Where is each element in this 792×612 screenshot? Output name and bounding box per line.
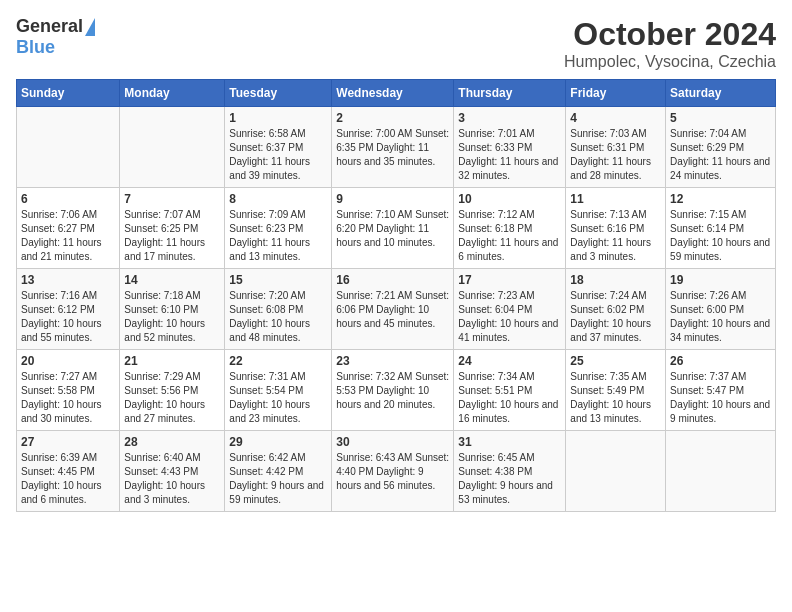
- day-number: 22: [229, 354, 327, 368]
- header-cell-thursday: Thursday: [454, 80, 566, 107]
- header-cell-friday: Friday: [566, 80, 666, 107]
- day-number: 9: [336, 192, 449, 206]
- day-number: 11: [570, 192, 661, 206]
- calendar-cell: 13Sunrise: 7:16 AM Sunset: 6:12 PM Dayli…: [17, 269, 120, 350]
- day-info: Sunrise: 7:13 AM Sunset: 6:16 PM Dayligh…: [570, 208, 661, 264]
- calendar-cell: 14Sunrise: 7:18 AM Sunset: 6:10 PM Dayli…: [120, 269, 225, 350]
- day-number: 1: [229, 111, 327, 125]
- day-number: 14: [124, 273, 220, 287]
- day-number: 27: [21, 435, 115, 449]
- day-number: 3: [458, 111, 561, 125]
- day-number: 31: [458, 435, 561, 449]
- calendar-cell: 29Sunrise: 6:42 AM Sunset: 4:42 PM Dayli…: [225, 431, 332, 512]
- header-cell-saturday: Saturday: [666, 80, 776, 107]
- day-info: Sunrise: 7:27 AM Sunset: 5:58 PM Dayligh…: [21, 370, 115, 426]
- day-number: 15: [229, 273, 327, 287]
- day-number: 13: [21, 273, 115, 287]
- day-info: Sunrise: 6:58 AM Sunset: 6:37 PM Dayligh…: [229, 127, 327, 183]
- calendar-week-row: 27Sunrise: 6:39 AM Sunset: 4:45 PM Dayli…: [17, 431, 776, 512]
- day-info: Sunrise: 7:00 AM Sunset: 6:35 PM Dayligh…: [336, 127, 449, 169]
- calendar-cell: 1Sunrise: 6:58 AM Sunset: 6:37 PM Daylig…: [225, 107, 332, 188]
- day-number: 30: [336, 435, 449, 449]
- calendar-cell: 18Sunrise: 7:24 AM Sunset: 6:02 PM Dayli…: [566, 269, 666, 350]
- day-info: Sunrise: 7:32 AM Sunset: 5:53 PM Dayligh…: [336, 370, 449, 412]
- calendar-cell: [120, 107, 225, 188]
- calendar-cell: 25Sunrise: 7:35 AM Sunset: 5:49 PM Dayli…: [566, 350, 666, 431]
- day-info: Sunrise: 7:26 AM Sunset: 6:00 PM Dayligh…: [670, 289, 771, 345]
- day-info: Sunrise: 7:20 AM Sunset: 6:08 PM Dayligh…: [229, 289, 327, 345]
- calendar-week-row: 1Sunrise: 6:58 AM Sunset: 6:37 PM Daylig…: [17, 107, 776, 188]
- day-number: 23: [336, 354, 449, 368]
- calendar-cell: 8Sunrise: 7:09 AM Sunset: 6:23 PM Daylig…: [225, 188, 332, 269]
- calendar-cell: 16Sunrise: 7:21 AM Sunset: 6:06 PM Dayli…: [332, 269, 454, 350]
- calendar-cell: 10Sunrise: 7:12 AM Sunset: 6:18 PM Dayli…: [454, 188, 566, 269]
- day-number: 20: [21, 354, 115, 368]
- day-info: Sunrise: 7:21 AM Sunset: 6:06 PM Dayligh…: [336, 289, 449, 331]
- day-number: 4: [570, 111, 661, 125]
- logo-blue-text: Blue: [16, 37, 55, 58]
- day-info: Sunrise: 7:01 AM Sunset: 6:33 PM Dayligh…: [458, 127, 561, 183]
- calendar-cell: [566, 431, 666, 512]
- page-header: General Blue October 2024 Humpolec, Vyso…: [16, 16, 776, 71]
- calendar-cell: 22Sunrise: 7:31 AM Sunset: 5:54 PM Dayli…: [225, 350, 332, 431]
- day-number: 29: [229, 435, 327, 449]
- day-info: Sunrise: 7:04 AM Sunset: 6:29 PM Dayligh…: [670, 127, 771, 183]
- day-info: Sunrise: 6:45 AM Sunset: 4:38 PM Dayligh…: [458, 451, 561, 507]
- day-info: Sunrise: 7:35 AM Sunset: 5:49 PM Dayligh…: [570, 370, 661, 426]
- day-number: 24: [458, 354, 561, 368]
- calendar-cell: 23Sunrise: 7:32 AM Sunset: 5:53 PM Dayli…: [332, 350, 454, 431]
- day-info: Sunrise: 7:15 AM Sunset: 6:14 PM Dayligh…: [670, 208, 771, 264]
- day-info: Sunrise: 7:10 AM Sunset: 6:20 PM Dayligh…: [336, 208, 449, 250]
- day-info: Sunrise: 7:09 AM Sunset: 6:23 PM Dayligh…: [229, 208, 327, 264]
- day-info: Sunrise: 7:23 AM Sunset: 6:04 PM Dayligh…: [458, 289, 561, 345]
- calendar-cell: 9Sunrise: 7:10 AM Sunset: 6:20 PM Daylig…: [332, 188, 454, 269]
- day-number: 2: [336, 111, 449, 125]
- day-info: Sunrise: 6:43 AM Sunset: 4:40 PM Dayligh…: [336, 451, 449, 493]
- calendar-cell: 31Sunrise: 6:45 AM Sunset: 4:38 PM Dayli…: [454, 431, 566, 512]
- day-info: Sunrise: 6:40 AM Sunset: 4:43 PM Dayligh…: [124, 451, 220, 507]
- page-title: October 2024: [564, 16, 776, 53]
- calendar-cell: 7Sunrise: 7:07 AM Sunset: 6:25 PM Daylig…: [120, 188, 225, 269]
- day-number: 26: [670, 354, 771, 368]
- calendar-cell: 26Sunrise: 7:37 AM Sunset: 5:47 PM Dayli…: [666, 350, 776, 431]
- calendar-week-row: 6Sunrise: 7:06 AM Sunset: 6:27 PM Daylig…: [17, 188, 776, 269]
- calendar-cell: 21Sunrise: 7:29 AM Sunset: 5:56 PM Dayli…: [120, 350, 225, 431]
- day-info: Sunrise: 7:37 AM Sunset: 5:47 PM Dayligh…: [670, 370, 771, 426]
- calendar-cell: 24Sunrise: 7:34 AM Sunset: 5:51 PM Dayli…: [454, 350, 566, 431]
- day-number: 21: [124, 354, 220, 368]
- day-number: 18: [570, 273, 661, 287]
- calendar-cell: 28Sunrise: 6:40 AM Sunset: 4:43 PM Dayli…: [120, 431, 225, 512]
- day-info: Sunrise: 7:18 AM Sunset: 6:10 PM Dayligh…: [124, 289, 220, 345]
- day-info: Sunrise: 7:12 AM Sunset: 6:18 PM Dayligh…: [458, 208, 561, 264]
- calendar-cell: 6Sunrise: 7:06 AM Sunset: 6:27 PM Daylig…: [17, 188, 120, 269]
- day-number: 19: [670, 273, 771, 287]
- calendar-week-row: 13Sunrise: 7:16 AM Sunset: 6:12 PM Dayli…: [17, 269, 776, 350]
- day-number: 25: [570, 354, 661, 368]
- page-subtitle: Humpolec, Vysocina, Czechia: [564, 53, 776, 71]
- calendar-cell: [666, 431, 776, 512]
- day-number: 12: [670, 192, 771, 206]
- calendar-table: SundayMondayTuesdayWednesdayThursdayFrid…: [16, 79, 776, 512]
- day-info: Sunrise: 7:06 AM Sunset: 6:27 PM Dayligh…: [21, 208, 115, 264]
- calendar-cell: 2Sunrise: 7:00 AM Sunset: 6:35 PM Daylig…: [332, 107, 454, 188]
- calendar-cell: 30Sunrise: 6:43 AM Sunset: 4:40 PM Dayli…: [332, 431, 454, 512]
- day-info: Sunrise: 7:16 AM Sunset: 6:12 PM Dayligh…: [21, 289, 115, 345]
- day-number: 6: [21, 192, 115, 206]
- calendar-cell: 17Sunrise: 7:23 AM Sunset: 6:04 PM Dayli…: [454, 269, 566, 350]
- logo: General Blue: [16, 16, 95, 58]
- calendar-week-row: 20Sunrise: 7:27 AM Sunset: 5:58 PM Dayli…: [17, 350, 776, 431]
- calendar-cell: 19Sunrise: 7:26 AM Sunset: 6:00 PM Dayli…: [666, 269, 776, 350]
- day-number: 8: [229, 192, 327, 206]
- calendar-cell: 15Sunrise: 7:20 AM Sunset: 6:08 PM Dayli…: [225, 269, 332, 350]
- header-cell-sunday: Sunday: [17, 80, 120, 107]
- day-info: Sunrise: 7:29 AM Sunset: 5:56 PM Dayligh…: [124, 370, 220, 426]
- calendar-header-row: SundayMondayTuesdayWednesdayThursdayFrid…: [17, 80, 776, 107]
- day-number: 7: [124, 192, 220, 206]
- title-block: October 2024 Humpolec, Vysocina, Czechia: [564, 16, 776, 71]
- day-info: Sunrise: 7:07 AM Sunset: 6:25 PM Dayligh…: [124, 208, 220, 264]
- calendar-cell: 20Sunrise: 7:27 AM Sunset: 5:58 PM Dayli…: [17, 350, 120, 431]
- day-info: Sunrise: 7:03 AM Sunset: 6:31 PM Dayligh…: [570, 127, 661, 183]
- calendar-cell: 5Sunrise: 7:04 AM Sunset: 6:29 PM Daylig…: [666, 107, 776, 188]
- day-info: Sunrise: 7:34 AM Sunset: 5:51 PM Dayligh…: [458, 370, 561, 426]
- day-number: 5: [670, 111, 771, 125]
